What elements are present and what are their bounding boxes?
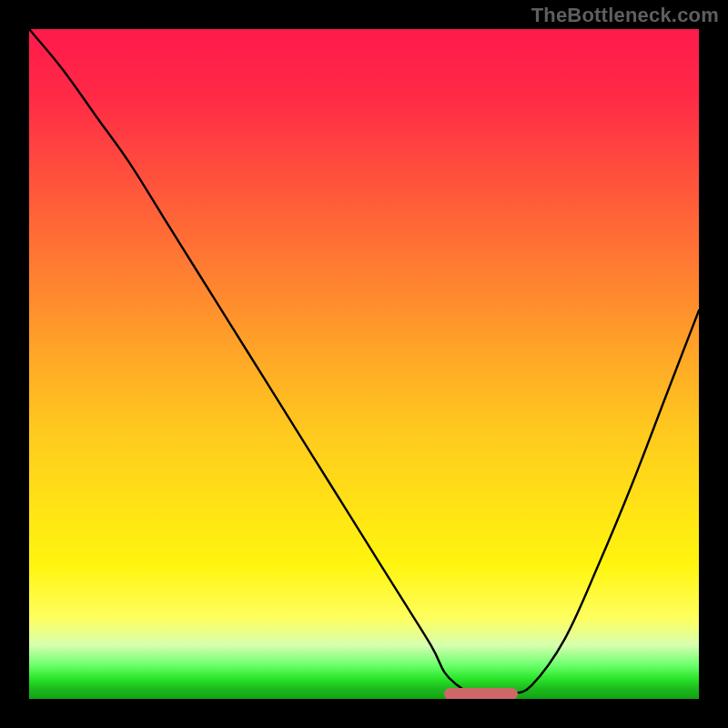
bottleneck-curve (29, 29, 699, 696)
optimal-zone-marker (444, 688, 518, 699)
watermark-text: TheBottleneck.com (531, 4, 719, 27)
chart-frame: TheBottleneck.com (0, 0, 728, 728)
plot-area (29, 29, 699, 699)
curve-svg (29, 29, 699, 699)
